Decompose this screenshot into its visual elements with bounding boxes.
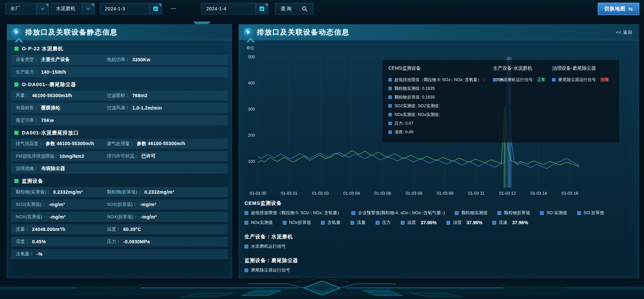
y-tick-label: 400 <box>248 81 255 85</box>
field-label: 布袋材质： <box>16 105 39 111</box>
table-row: 风量：46100-55300m3/h过滤面积：768m2 <box>11 91 228 101</box>
legend-item[interactable]: NOx实测值 <box>245 220 273 226</box>
field-pair: 过滤面积：768m2 <box>107 91 148 101</box>
field-label: SO2(折算值)： <box>107 201 137 207</box>
tooltip-column-title: 生产设备-水泥磨机 <box>493 65 552 71</box>
legend-group-title: 生产设备：水泥磨机 <box>245 234 634 240</box>
field-label: 过滤面积： <box>107 93 130 99</box>
field-pair: 颗粒物(折算值)：0.2332mg/m³ <box>107 187 174 197</box>
calendar-icon[interactable] <box>256 3 268 14</box>
switch-map-button[interactable]: 切换地图 ⇆ <box>598 3 639 15</box>
legend-item[interactable]: 超低排放限值（颗拉物:5: SOz-; NOx; 含氧量） <box>245 210 341 216</box>
tooltip-column: CEMS监测设备超低排放限值（颗拉物:5: SOz-; NOx; 含氧量）：10… <box>388 65 493 137</box>
legend-spacer <box>245 227 634 234</box>
legend-item[interactable]: SO:折算值 <box>577 210 604 216</box>
legend-item-value: 37.96% <box>512 220 528 225</box>
tooltip-item: 超低排放限值（颗拉物:5: SOz-; NOx; 含氧量）：100% <box>388 75 493 84</box>
date-start-value: 2024-1-3 <box>100 6 149 11</box>
field-label: 湿度： <box>16 239 30 245</box>
blue-square-icon <box>351 221 354 225</box>
topbar: 全厂 水泥磨机 2024-1-3 — <box>0 0 644 17</box>
field-label: 排污许可状况： <box>107 153 139 159</box>
field-pair: 温度：60.39°C <box>107 224 141 234</box>
legend-item[interactable]: 颗粒物折算值 <box>497 210 530 216</box>
legend-item[interactable]: 流量 <box>351 220 366 226</box>
field-label: 电机功率： <box>107 57 130 63</box>
field-value: -mg/m³ <box>49 214 65 220</box>
green-square-icon <box>14 47 18 51</box>
legend-item[interactable]: 颗粒物实测值 <box>455 210 487 216</box>
legend-item[interactable]: 湿度37.96% <box>446 220 482 226</box>
blue-square-icon <box>552 78 555 81</box>
blue-square-icon <box>493 78 496 81</box>
field-value: 46100-55300m3/h <box>32 93 72 98</box>
x-tick-label: 01-03 09 <box>437 191 453 195</box>
field-pair: 排污许可状况：已许可 <box>107 151 156 161</box>
field-pair: 额定功率：75Kw <box>16 115 54 125</box>
table-row: 颗粒物(实测值)：0.2332mg/m³颗粒物(折算值)：0.2332mg/m³ <box>11 187 228 197</box>
legend-item[interactable]: 流速37.96% <box>492 220 528 226</box>
table-row: 排气筒高度：参数 46100-55300m/h废气处理量：参数 46100-55… <box>11 139 228 149</box>
tooltip-item-text: 水泥磨机运行信号: <box>499 77 534 83</box>
play-icon <box>12 28 20 36</box>
legend-item-label: 超低排放限值（颗拉物:5: SOz-; NOx; 含氧量） <box>251 210 341 216</box>
y-tick-label: 300 <box>248 107 255 112</box>
play-icon <box>244 28 252 36</box>
legend-item-label: 企业预警值(颗粒物:4; sOz-; NOx-;含氧气量:-) <box>358 210 445 216</box>
legend-item-label: 温度 <box>407 220 416 226</box>
legend-item[interactable]: SO:实测值 <box>540 210 567 216</box>
device-select[interactable]: 水泥磨机 <box>51 3 95 14</box>
legend-item-label: 颗粒物折算值 <box>504 210 530 216</box>
chart-tooltip: CEMS监测设备超低排放限值（颗拉物:5: SOz-; NOx; 含氧量）：10… <box>382 60 619 142</box>
blue-square-icon <box>388 130 392 134</box>
blue-square-icon <box>497 211 501 215</box>
dynamic-panel-header: 排放口及关联设备动态信息 << 返回 <box>239 24 639 40</box>
field-pair: PM超低排排放限值::10mg/Nm3 <box>16 151 84 161</box>
table-row: SO2(实测值)：-mg/m³SO2(折算值)：-mg/m³ <box>11 199 228 210</box>
dynamic-panel-title: 排放口及关联设备动态信息 <box>257 27 350 37</box>
field-label: 额定功率： <box>16 117 39 123</box>
blue-square-icon <box>388 104 392 108</box>
legend-item[interactable]: 水泥磨机运行信号 <box>245 243 286 249</box>
legend-item[interactable]: 压力 <box>376 220 391 226</box>
blue-square-icon <box>446 221 450 225</box>
tooltip-item-text: 超低排放限值（颗拉物:5: SOz-; NOx; 含氧量）： <box>394 77 486 83</box>
field-value: 1.0-1.2m/min <box>132 105 162 111</box>
legend-item[interactable]: 温度37.96% <box>401 220 436 226</box>
date-range-separator: — <box>167 5 180 11</box>
chart-legend: CEMS监测设备超低排放限值（颗拉物:5: SOz-; NOx; 含氧量）企业预… <box>245 200 634 275</box>
field-pair: 流量：24048.000m³/h <box>16 224 65 234</box>
field-pair: 颗粒物(实测值)：0.2332mg/m³ <box>16 187 83 197</box>
chevron-down-icon[interactable] <box>36 3 49 14</box>
legend-item[interactable]: NOx折算值 <box>283 220 311 226</box>
calendar-icon[interactable] <box>149 3 162 14</box>
field-pair: 电机功率：3350Kw <box>107 55 150 65</box>
date-end-input[interactable]: 2024-1-4 <box>201 3 268 14</box>
field-value: -% <box>37 251 43 257</box>
table-row: 流量：24048.000m³/h温度：60.39°C <box>11 224 228 234</box>
legend-item[interactable]: 含氧量 <box>321 220 340 226</box>
field-label: 治理措施： <box>16 166 39 172</box>
chevron-down-icon[interactable] <box>82 3 94 14</box>
table-row: 设备类型：主要生产设备电机功率：3350Kw <box>11 55 228 65</box>
blue-square-icon <box>321 221 325 225</box>
green-square-icon <box>14 179 18 183</box>
field-label: 压力： <box>107 239 121 245</box>
legend-item[interactable]: 磨尾除尘器运行信号 <box>245 267 290 273</box>
date-start-input[interactable]: 2024-1-3 <box>100 3 162 14</box>
legend-item-label: NOx折算值 <box>289 220 311 226</box>
field-pair: 湿度：0.45% <box>16 237 46 247</box>
legend-item-label: 湿度 <box>453 220 462 226</box>
field-value: -mg/m³ <box>141 214 157 220</box>
green-square-icon <box>14 82 18 86</box>
query-button[interactable]: 查询 <box>275 3 313 14</box>
field-value: 0.2332mg/m³ <box>53 189 83 195</box>
back-link[interactable]: << 返回 <box>616 29 633 36</box>
legend-item-label: 磨尾除尘器运行信号 <box>251 267 290 273</box>
plant-select[interactable]: 全厂 <box>5 3 49 14</box>
static-info-panel: 排放口及关联设备静态信息 O-P-22 水泥磨机设备类型：主要生产设备电机功率：… <box>7 24 232 278</box>
x-tick-label: 01-03 06 <box>374 191 391 195</box>
legend-item[interactable]: 企业预警值(颗粒物:4; sOz-; NOx-;含氧气量:-) <box>352 210 445 216</box>
blue-square-icon <box>245 245 248 248</box>
tooltip-item: 水泥磨机运行信号:正常 <box>493 75 552 84</box>
